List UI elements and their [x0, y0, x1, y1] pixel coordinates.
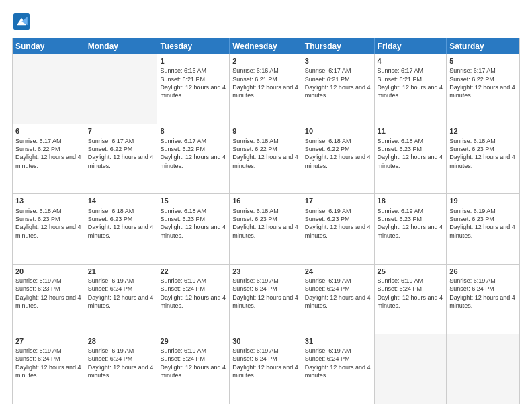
calendar-cell: 2Sunrise: 6:16 AM Sunset: 6:21 PM Daylig…	[230, 54, 302, 124]
day-number: 5	[449, 56, 517, 66]
day-number: 24	[305, 267, 371, 276]
day-number: 26	[449, 267, 517, 276]
calendar-row-3: 13Sunrise: 6:18 AM Sunset: 6:23 PM Dayli…	[13, 194, 519, 264]
day-number: 7	[88, 126, 154, 136]
calendar-cell: 14Sunrise: 6:18 AM Sunset: 6:23 PM Dayli…	[85, 194, 158, 263]
calendar-cell: 29Sunrise: 6:19 AM Sunset: 6:24 PM Dayli…	[157, 334, 230, 404]
page: SundayMondayTuesdayWednesdayThursdayFrid…	[0, 0, 532, 411]
calendar-cell: 18Sunrise: 6:19 AM Sunset: 6:23 PM Dayli…	[375, 194, 447, 263]
cell-detail: Sunrise: 6:18 AM Sunset: 6:23 PM Dayligh…	[160, 208, 226, 239]
calendar-header-wednesday: Wednesday	[230, 38, 302, 54]
calendar-header-sunday: Sunday	[13, 38, 85, 54]
cell-detail: Sunrise: 6:19 AM Sunset: 6:24 PM Dayligh…	[15, 347, 81, 379]
calendar-cell: 15Sunrise: 6:18 AM Sunset: 6:23 PM Dayli…	[157, 194, 230, 263]
cell-detail: Sunrise: 6:19 AM Sunset: 6:24 PM Dayligh…	[378, 277, 443, 309]
logo	[12, 12, 34, 31]
calendar-cell: 11Sunrise: 6:18 AM Sunset: 6:23 PM Dayli…	[375, 124, 447, 193]
day-number: 23	[232, 267, 299, 276]
day-number: 16	[232, 196, 299, 205]
day-number: 8	[160, 126, 226, 136]
calendar-cell: 20Sunrise: 6:19 AM Sunset: 6:23 PM Dayli…	[13, 265, 85, 334]
generalblue-logo-icon	[12, 12, 31, 31]
calendar-cell: 24Sunrise: 6:19 AM Sunset: 6:24 PM Dayli…	[302, 265, 375, 334]
calendar-cell: 10Sunrise: 6:18 AM Sunset: 6:22 PM Dayli…	[302, 124, 375, 193]
cell-detail: Sunrise: 6:19 AM Sunset: 6:24 PM Dayligh…	[88, 347, 154, 379]
calendar-row-4: 20Sunrise: 6:19 AM Sunset: 6:23 PM Dayli…	[13, 265, 519, 334]
day-number: 27	[15, 336, 82, 346]
cell-detail: Sunrise: 6:18 AM Sunset: 6:22 PM Dayligh…	[305, 138, 371, 169]
cell-detail: Sunrise: 6:18 AM Sunset: 6:23 PM Dayligh…	[15, 208, 81, 239]
cell-detail: Sunrise: 6:18 AM Sunset: 6:22 PM Dayligh…	[232, 138, 298, 169]
day-number: 22	[160, 267, 226, 276]
calendar-cell	[447, 334, 519, 404]
day-number: 3	[305, 56, 371, 66]
calendar-header-monday: Monday	[85, 38, 158, 54]
day-number: 25	[378, 267, 444, 276]
day-number: 10	[305, 126, 371, 136]
calendar-header-tuesday: Tuesday	[157, 38, 230, 54]
calendar-cell: 8Sunrise: 6:17 AM Sunset: 6:22 PM Daylig…	[157, 124, 230, 193]
day-number: 15	[160, 196, 226, 205]
day-number: 14	[88, 196, 154, 205]
day-number: 18	[378, 196, 444, 205]
cell-detail: Sunrise: 6:19 AM Sunset: 6:24 PM Dayligh…	[160, 347, 226, 379]
day-number: 4	[378, 56, 444, 66]
cell-detail: Sunrise: 6:16 AM Sunset: 6:21 PM Dayligh…	[232, 67, 298, 99]
cell-detail: Sunrise: 6:19 AM Sunset: 6:24 PM Dayligh…	[305, 347, 371, 379]
cell-detail: Sunrise: 6:19 AM Sunset: 6:23 PM Dayligh…	[15, 277, 81, 309]
calendar-cell: 12Sunrise: 6:18 AM Sunset: 6:23 PM Dayli…	[447, 124, 519, 193]
cell-detail: Sunrise: 6:18 AM Sunset: 6:23 PM Dayligh…	[88, 208, 154, 239]
day-number: 6	[15, 126, 82, 136]
calendar-cell: 22Sunrise: 6:19 AM Sunset: 6:24 PM Dayli…	[157, 265, 230, 334]
calendar-row-5: 27Sunrise: 6:19 AM Sunset: 6:24 PM Dayli…	[13, 334, 519, 404]
calendar-cell: 4Sunrise: 6:17 AM Sunset: 6:21 PM Daylig…	[375, 54, 447, 124]
calendar-cell: 1Sunrise: 6:16 AM Sunset: 6:21 PM Daylig…	[157, 54, 230, 124]
calendar-cell: 23Sunrise: 6:19 AM Sunset: 6:24 PM Dayli…	[230, 265, 302, 334]
calendar-cell: 3Sunrise: 6:17 AM Sunset: 6:21 PM Daylig…	[302, 54, 375, 124]
cell-detail: Sunrise: 6:19 AM Sunset: 6:24 PM Dayligh…	[305, 277, 371, 309]
calendar-header-friday: Friday	[375, 38, 447, 54]
day-number: 30	[232, 336, 299, 346]
cell-detail: Sunrise: 6:17 AM Sunset: 6:22 PM Dayligh…	[88, 138, 154, 169]
cell-detail: Sunrise: 6:19 AM Sunset: 6:23 PM Dayligh…	[378, 208, 443, 239]
calendar-cell: 31Sunrise: 6:19 AM Sunset: 6:24 PM Dayli…	[302, 334, 375, 404]
cell-detail: Sunrise: 6:17 AM Sunset: 6:22 PM Dayligh…	[160, 138, 226, 169]
day-number: 1	[160, 56, 226, 66]
calendar-cell: 28Sunrise: 6:19 AM Sunset: 6:24 PM Dayli…	[85, 334, 158, 404]
cell-detail: Sunrise: 6:17 AM Sunset: 6:21 PM Dayligh…	[305, 67, 371, 99]
day-number: 19	[449, 196, 517, 205]
calendar-row-1: 1Sunrise: 6:16 AM Sunset: 6:21 PM Daylig…	[13, 54, 519, 124]
calendar-cell	[375, 334, 447, 404]
calendar-cell: 16Sunrise: 6:18 AM Sunset: 6:23 PM Dayli…	[230, 194, 302, 263]
cell-detail: Sunrise: 6:19 AM Sunset: 6:24 PM Dayligh…	[88, 277, 154, 309]
cell-detail: Sunrise: 6:19 AM Sunset: 6:23 PM Dayligh…	[449, 208, 515, 239]
day-number: 17	[305, 196, 371, 205]
cell-detail: Sunrise: 6:19 AM Sunset: 6:24 PM Dayligh…	[232, 347, 298, 379]
calendar-header-saturday: Saturday	[447, 38, 519, 54]
calendar-header: SundayMondayTuesdayWednesdayThursdayFrid…	[13, 38, 519, 54]
cell-detail: Sunrise: 6:19 AM Sunset: 6:24 PM Dayligh…	[160, 277, 226, 309]
day-number: 2	[232, 56, 299, 66]
calendar-cell	[13, 54, 85, 124]
calendar-cell: 6Sunrise: 6:17 AM Sunset: 6:22 PM Daylig…	[13, 124, 85, 193]
day-number: 12	[449, 126, 517, 136]
calendar-cell: 27Sunrise: 6:19 AM Sunset: 6:24 PM Dayli…	[13, 334, 85, 404]
cell-detail: Sunrise: 6:19 AM Sunset: 6:24 PM Dayligh…	[232, 277, 298, 309]
calendar-cell: 9Sunrise: 6:18 AM Sunset: 6:22 PM Daylig…	[230, 124, 302, 193]
cell-detail: Sunrise: 6:19 AM Sunset: 6:23 PM Dayligh…	[305, 208, 371, 239]
header	[12, 12, 520, 31]
calendar-cell: 17Sunrise: 6:19 AM Sunset: 6:23 PM Dayli…	[302, 194, 375, 263]
day-number: 9	[232, 126, 299, 136]
day-number: 20	[15, 267, 82, 276]
day-number: 28	[88, 336, 154, 346]
cell-detail: Sunrise: 6:18 AM Sunset: 6:23 PM Dayligh…	[449, 138, 515, 169]
calendar-cell: 26Sunrise: 6:19 AM Sunset: 6:24 PM Dayli…	[447, 265, 519, 334]
day-number: 31	[305, 336, 371, 346]
calendar-cell: 13Sunrise: 6:18 AM Sunset: 6:23 PM Dayli…	[13, 194, 85, 263]
calendar-cell	[85, 54, 158, 124]
day-number: 29	[160, 336, 226, 346]
calendar-cell: 19Sunrise: 6:19 AM Sunset: 6:23 PM Dayli…	[447, 194, 519, 263]
calendar-cell: 5Sunrise: 6:17 AM Sunset: 6:22 PM Daylig…	[447, 54, 519, 124]
calendar: SundayMondayTuesdayWednesdayThursdayFrid…	[12, 38, 520, 404]
cell-detail: Sunrise: 6:16 AM Sunset: 6:21 PM Dayligh…	[160, 67, 226, 99]
